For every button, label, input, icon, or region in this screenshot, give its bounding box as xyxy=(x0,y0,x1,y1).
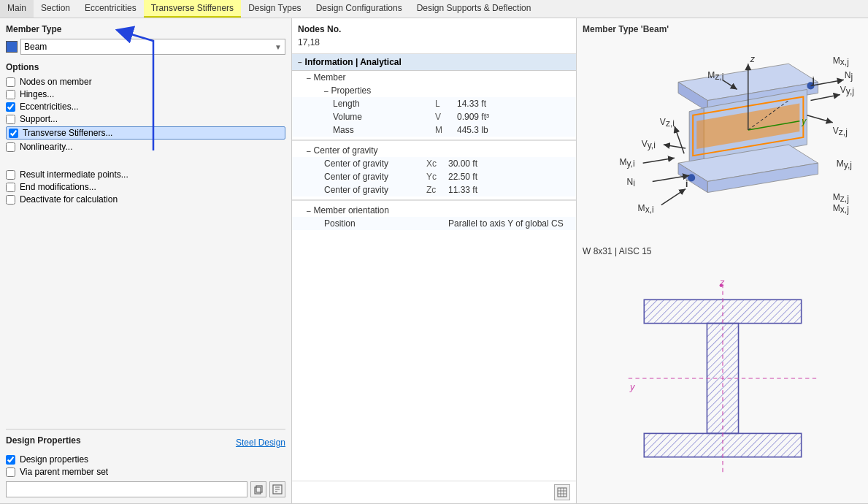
svg-rect-0 xyxy=(255,487,261,494)
orientation-group: – Member orientation xyxy=(292,204,576,217)
eccentricities-checkbox[interactable] xyxy=(6,102,15,112)
prop-volume-sym: V xyxy=(435,112,457,122)
edit-icon xyxy=(272,484,283,495)
prop-length-sym: L xyxy=(435,99,457,109)
svg-text:Ni: Ni xyxy=(626,177,634,188)
svg-text:y: y xyxy=(801,116,807,126)
gravity-group: – Center of gravity xyxy=(292,144,576,157)
design-properties-checkbox[interactable] xyxy=(6,455,15,465)
copy-icon-btn[interactable] xyxy=(250,481,266,497)
deactivate-label: Deactivate for calculation xyxy=(20,194,118,205)
option-end-modifications[interactable]: End modifications... xyxy=(6,182,285,192)
info-label: Information | Analytical xyxy=(305,57,402,67)
orientation-pos-sym xyxy=(426,218,448,229)
svg-text:Vz,j: Vz,j xyxy=(833,126,848,137)
nodes-value: 17,18 xyxy=(298,37,570,47)
support-checkbox[interactable] xyxy=(6,115,15,124)
gravity-toggle[interactable]: – xyxy=(307,147,311,155)
property-length: Length L 14.33 ft xyxy=(292,97,576,110)
design-properties-checkbox-row[interactable]: Design properties xyxy=(6,454,285,465)
gravity-zc-val: 11.33 ft xyxy=(448,185,477,195)
info-tree-toggle[interactable]: – xyxy=(298,58,302,66)
right-panel: Member Type 'Beam' xyxy=(577,18,868,503)
svg-text:My,i: My,i xyxy=(619,157,634,169)
member-group: – Member xyxy=(292,71,576,84)
member-type-dropdown[interactable]: Beam ▼ xyxy=(20,39,285,55)
orientation-toggle[interactable]: – xyxy=(307,207,311,215)
transverse-stiffeners-label: Transverse Stiffeners... xyxy=(23,128,112,138)
member-label: Member xyxy=(314,72,346,83)
section-label: W 8x31 | AISC 15 xyxy=(583,246,862,256)
option-eccentricities[interactable]: Eccentricities... xyxy=(6,102,285,112)
member-toggle[interactable]: – xyxy=(307,74,311,82)
svg-rect-1 xyxy=(256,486,262,492)
option-result-intermediate[interactable]: Result intermediate points... xyxy=(6,169,285,180)
member-type-section: Member Type Beam ▼ xyxy=(6,24,285,55)
gravity-zc-sym: Zc xyxy=(426,185,448,195)
extra-options-section: Result intermediate points... End modifi… xyxy=(6,167,285,207)
svg-text:Vy,j: Vy,j xyxy=(840,85,854,96)
svg-line-36 xyxy=(661,189,685,205)
gravity-label: Center of gravity xyxy=(314,145,378,156)
properties-label: Properties xyxy=(331,85,372,96)
option-deactivate[interactable]: Deactivate for calculation xyxy=(6,194,285,205)
steel-design-link[interactable]: Steel Design xyxy=(236,438,285,448)
end-modifications-checkbox[interactable] xyxy=(6,183,15,192)
hinges-checkbox[interactable] xyxy=(6,90,15,99)
gravity-zc: Center of gravity Zc 11.33 ft xyxy=(292,183,576,196)
nav-design-configurations[interactable]: Design Configurations xyxy=(309,0,410,18)
options-label: Options xyxy=(6,62,285,72)
svg-line-46 xyxy=(810,95,840,101)
copy-icon xyxy=(253,484,264,495)
svg-text:y: y xyxy=(629,381,635,392)
divider1 xyxy=(292,140,576,141)
option-transverse-stiffeners[interactable]: Transverse Stiffeners... xyxy=(6,126,285,140)
nav-transverse-stiffeners[interactable]: Transverse Stiffeners xyxy=(144,0,241,18)
result-intermediate-checkbox[interactable] xyxy=(6,170,15,180)
nav-design-types[interactable]: Design Types xyxy=(241,0,309,18)
option-nonlinearity[interactable]: Nonlinearity... xyxy=(6,142,285,152)
info-header: – Information | Analytical xyxy=(292,54,576,71)
svg-text:Mz,i: Mz,i xyxy=(707,70,723,82)
bottom-input-field[interactable] xyxy=(6,481,247,497)
via-parent-member-set-row[interactable]: Via parent member set xyxy=(6,467,285,477)
properties-toggle[interactable]: – xyxy=(324,87,329,95)
nonlinearity-checkbox[interactable] xyxy=(6,142,15,152)
cross-section-diagram: z y xyxy=(583,259,862,497)
design-props-header: Design Properties Steel Design xyxy=(6,435,285,450)
end-modifications-label: End modifications... xyxy=(20,182,96,192)
nav-design-supports[interactable]: Design Supports & Deflection xyxy=(410,0,539,18)
beam-diagram-svg: z y i j Ni xyxy=(583,39,862,243)
prop-mass-val: 445.3 lb xyxy=(457,125,488,135)
nodes-section: Nodes No. 17,18 xyxy=(292,18,576,54)
option-hinges[interactable]: Hinges... xyxy=(6,89,285,99)
nodes-on-member-checkbox[interactable] xyxy=(6,77,15,87)
nodes-label: Nodes No. xyxy=(298,24,570,34)
member-type-value: Beam xyxy=(24,42,47,52)
svg-line-42 xyxy=(643,158,675,163)
gravity-xc-name: Center of gravity xyxy=(324,159,426,169)
svg-line-40 xyxy=(675,126,684,153)
svg-line-31 xyxy=(653,175,689,181)
nav-section[interactable]: Section xyxy=(34,0,77,18)
left-panel: Member Type Beam ▼ Options Nodes on memb… xyxy=(0,18,292,503)
option-nodes-on-member[interactable]: Nodes on member xyxy=(6,77,285,87)
bottom-bar xyxy=(6,481,285,497)
svg-line-48 xyxy=(807,115,832,123)
beam-diagram: z y i j Ni xyxy=(583,39,862,243)
nav-main[interactable]: Main xyxy=(0,0,34,18)
option-support[interactable]: Support... xyxy=(6,114,285,124)
deactivate-checkbox[interactable] xyxy=(6,195,15,205)
nav-eccentricities[interactable]: Eccentricities xyxy=(77,0,144,18)
svg-text:My,j: My,j xyxy=(837,159,852,170)
member-type-row: Beam ▼ xyxy=(6,39,285,55)
edit-icon-btn[interactable] xyxy=(269,481,285,497)
prop-length-val: 14.33 ft xyxy=(457,99,486,109)
table-view-icon-btn[interactable] xyxy=(554,484,570,500)
prop-volume-val: 0.909 ft³ xyxy=(457,112,489,122)
gravity-xc-sym: Xc xyxy=(426,159,448,169)
properties-group: – Properties xyxy=(292,84,576,97)
gravity-yc-val: 22.50 ft xyxy=(448,172,477,182)
transverse-stiffeners-checkbox[interactable] xyxy=(9,129,18,138)
via-parent-member-set-checkbox[interactable] xyxy=(6,467,15,477)
